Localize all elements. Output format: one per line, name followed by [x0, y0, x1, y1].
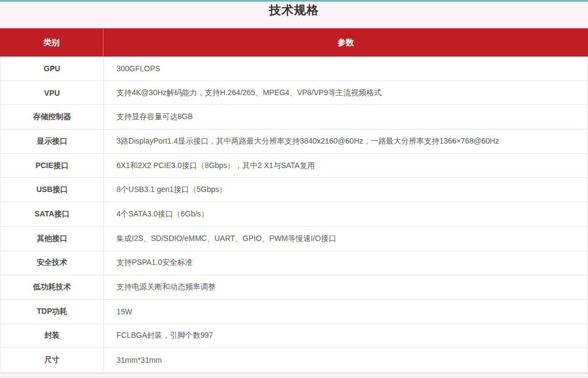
category-cell: GPU: [1, 57, 104, 80]
table-row: 其他接口 集成I2S、SD/SDIO/eMMC、UART、GPIO、PWM等慢速…: [1, 227, 587, 251]
category-cell: USB接口: [1, 178, 104, 202]
table-row: TDP功耗 15W: [1, 300, 587, 324]
parameter-cell: 3路DisplayPort1.4显示接口，其中两路最大分辨率支持3840x216…: [104, 129, 587, 153]
category-cell: PCIE接口: [1, 154, 104, 178]
horizontal-scrollbar[interactable]: [0, 373, 588, 378]
table-header-row: 类别 参数: [0, 28, 588, 57]
table-row: 存储控制器 支持显存容量可达8GB: [1, 105, 587, 129]
table-row: 低功耗技术 支持电源关断和动态频率调整: [1, 275, 587, 300]
page-header: 技术规格: [0, 2, 588, 28]
table-row: USB接口 8个USB3.1 gen1接口（5Gbps）: [1, 178, 587, 202]
table-row: 封装 FCLBGA封装，引脚个数997: [1, 324, 587, 349]
page-title: 技术规格: [269, 2, 319, 18]
parameter-cell: 支持PSPA1.0安全标准: [104, 251, 587, 275]
parameter-cell: 集成I2S、SD/SDIO/eMMC、UART、GPIO、PWM等慢速I/O接口: [104, 227, 587, 251]
category-cell: 封装: [1, 324, 104, 348]
parameter-cell: 支持4K@30Hz解码能力，支持H.264/265、MPEG4、VP8/VP9等…: [104, 81, 587, 105]
parameter-cell: 15W: [104, 300, 587, 324]
table-row: VPU 支持4K@30Hz解码能力，支持H.264/265、MPEG4、VP8/…: [1, 81, 587, 106]
category-cell: VPU: [1, 81, 104, 105]
table-row: SATA接口 4个SATA3.0接口（6Gb/s）: [1, 202, 587, 227]
column-header-parameter: 参数: [103, 28, 588, 57]
parameter-cell: 300GFLOPS: [104, 57, 587, 80]
category-cell: 显示接口: [1, 129, 104, 153]
parameter-cell: 4个SATA3.0接口（6Gb/s）: [104, 202, 587, 226]
category-cell: 其他接口: [1, 227, 104, 251]
column-header-category: 类别: [0, 28, 103, 57]
category-cell: 安全技术: [1, 251, 104, 275]
category-cell: SATA接口: [1, 202, 104, 226]
table-row: 尺寸 31mm*31mm: [1, 348, 587, 373]
category-cell: TDP功耗: [1, 300, 104, 324]
table-row: PCIE接口 6X1和2X2 PCIE3.0接口（8Gbps），其中2 X1与S…: [1, 154, 587, 178]
table-row: 安全技术 支持PSPA1.0安全标准: [1, 251, 587, 276]
parameter-cell: 6X1和2X2 PCIE3.0接口（8Gbps），其中2 X1与SATA复用: [104, 154, 587, 178]
parameter-cell: 8个USB3.1 gen1接口（5Gbps）: [104, 178, 587, 202]
category-cell: 低功耗技术: [1, 275, 104, 299]
table-body: GPU 300GFLOPS VPU 支持4K@30Hz解码能力，支持H.264/…: [0, 57, 588, 373]
table-row: 显示接口 3路DisplayPort1.4显示接口，其中两路最大分辨率支持384…: [1, 129, 587, 154]
parameter-cell: 支持电源关断和动态频率调整: [104, 275, 587, 299]
category-cell: 存储控制器: [1, 105, 104, 129]
parameter-cell: FCLBGA封装，引脚个数997: [104, 324, 587, 348]
category-cell: 尺寸: [1, 348, 104, 372]
spec-table: 类别 参数 GPU 300GFLOPS VPU 支持4K@30Hz解码能力，支持…: [0, 28, 588, 373]
parameter-cell: 支持显存容量可达8GB: [104, 105, 587, 129]
table-row: GPU 300GFLOPS: [1, 57, 587, 81]
parameter-cell: 31mm*31mm: [104, 348, 587, 372]
